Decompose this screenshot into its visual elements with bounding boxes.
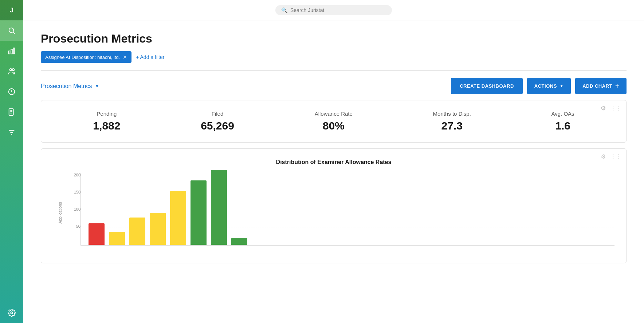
stats-row: Pending 1,882 Filed 65,269 Allowance Rat… — [53, 111, 614, 132]
svg-rect-2 — [9, 51, 10, 54]
svg-point-17 — [11, 312, 13, 314]
stat-avg-oas-label: Avg. OAs — [551, 111, 574, 117]
stat-months-value: 27.3 — [433, 120, 471, 132]
chart-bar-4 — [170, 191, 186, 245]
svg-rect-4 — [13, 48, 15, 54]
main-content: 🔍 Prosecution Metrics Assignee At Dispos… — [23, 0, 644, 323]
y-tick-100: 100 — [67, 207, 80, 211]
sidebar-item-settings[interactable] — [0, 303, 23, 323]
tab-label: Prosecution Metrics — [41, 83, 92, 89]
divider — [41, 70, 627, 71]
filter-remove-icon[interactable]: ✕ — [123, 54, 127, 60]
stats-card: ⚙ ⋮⋮ Pending 1,882 Filed 65,269 Allowanc… — [41, 100, 627, 143]
chart-bar-1 — [109, 232, 125, 245]
stat-avg-oas-value: 1.6 — [551, 120, 574, 132]
search-bar[interactable]: 🔍 — [275, 5, 392, 15]
tab-selector[interactable]: Prosecution Metrics ▼ — [41, 83, 99, 89]
stat-pending-label: Pending — [93, 111, 120, 117]
sidebar-item-search[interactable] — [0, 20, 23, 41]
chart-bar-6 — [211, 170, 227, 245]
card-settings-icon[interactable]: ⚙ — [601, 105, 606, 112]
topbar: 🔍 — [23, 0, 644, 20]
sidebar-item-people[interactable] — [0, 61, 23, 81]
chart-bar-0 — [89, 223, 105, 245]
svg-line-1 — [13, 32, 15, 34]
stat-pending: Pending 1,882 — [93, 111, 120, 132]
toolbar-row: Prosecution Metrics ▼ CREATE DASHBOARD A… — [41, 78, 627, 94]
stat-pending-value: 1,882 — [93, 120, 120, 132]
svg-point-5 — [10, 69, 12, 71]
add-chart-label: ADD CHART — [582, 83, 612, 89]
stat-allowance-rate: Allowance Rate 80% — [315, 111, 353, 132]
content-area: Prosecution Metrics Assignee At Disposit… — [23, 20, 644, 323]
filters-row: Assignee At Disposition: hitachi, ltd. ✕… — [41, 51, 627, 63]
page-title: Prosecution Metrics — [41, 32, 627, 45]
svg-rect-3 — [11, 49, 12, 54]
active-filter-tag[interactable]: Assignee At Disposition: hitachi, ltd. ✕ — [41, 51, 131, 63]
chart-card: ⚙ ⋮⋮ Distribution of Examiner Allowance … — [41, 148, 627, 263]
stat-filed-label: Filed — [201, 111, 234, 117]
actions-chevron-icon: ▼ — [560, 84, 564, 88]
search-icon: 🔍 — [281, 7, 287, 13]
card-icons: ⚙ ⋮⋮ — [601, 105, 622, 112]
chart-bar-2 — [129, 218, 145, 245]
sidebar-item-insights[interactable] — [0, 81, 23, 102]
y-tick-50: 50 — [67, 224, 80, 228]
sidebar-item-documents[interactable] — [0, 102, 23, 122]
chart-bar-5 — [191, 180, 207, 245]
toolbar-buttons: CREATE DASHBOARD ACTIONS ▼ ADD CHART + — [451, 78, 627, 94]
sidebar-item-charts[interactable] — [0, 41, 23, 61]
chart-title: Distribution of Examiner Allowance Rates — [53, 159, 614, 166]
svg-point-6 — [12, 69, 15, 71]
stat-allowance-rate-label: Allowance Rate — [315, 111, 353, 117]
create-dashboard-button[interactable]: CREATE DASHBOARD — [451, 78, 523, 94]
y-axis-label: Applications — [58, 202, 62, 223]
y-tick-150: 150 — [67, 190, 80, 194]
actions-button[interactable]: ACTIONS ▼ — [527, 78, 571, 94]
stat-months-label: Months to Disp. — [433, 111, 471, 117]
stat-allowance-rate-value: 80% — [315, 120, 353, 132]
add-chart-plus-icon: + — [615, 82, 619, 90]
add-chart-button[interactable]: ADD CHART + — [575, 78, 627, 94]
sidebar: J — [0, 0, 23, 323]
y-tick-200: 200 — [67, 173, 80, 177]
chart-card-icons: ⚙ ⋮⋮ — [601, 153, 622, 160]
chart-bar-7 — [231, 238, 247, 245]
svg-point-0 — [9, 28, 14, 33]
card-drag-icon[interactable]: ⋮⋮ — [610, 105, 622, 112]
chart-bar-3 — [150, 213, 166, 245]
stat-months: Months to Disp. 27.3 — [433, 111, 471, 132]
sidebar-item-filters[interactable] — [0, 122, 23, 143]
user-avatar[interactable]: J — [0, 0, 23, 20]
chart-drag-icon[interactable]: ⋮⋮ — [610, 153, 622, 160]
filter-tag-label: Assignee At Disposition: hitachi, ltd. — [45, 55, 120, 60]
stat-filed-value: 65,269 — [201, 120, 234, 132]
tab-chevron-icon: ▼ — [95, 84, 99, 89]
search-input[interactable] — [290, 7, 386, 13]
stat-avg-oas: Avg. OAs 1.6 — [551, 111, 574, 132]
chart-settings-icon[interactable]: ⚙ — [601, 153, 606, 160]
add-filter-button[interactable]: + Add a filter — [136, 54, 164, 60]
actions-label: ACTIONS — [534, 83, 557, 89]
stat-filed: Filed 65,269 — [201, 111, 234, 132]
